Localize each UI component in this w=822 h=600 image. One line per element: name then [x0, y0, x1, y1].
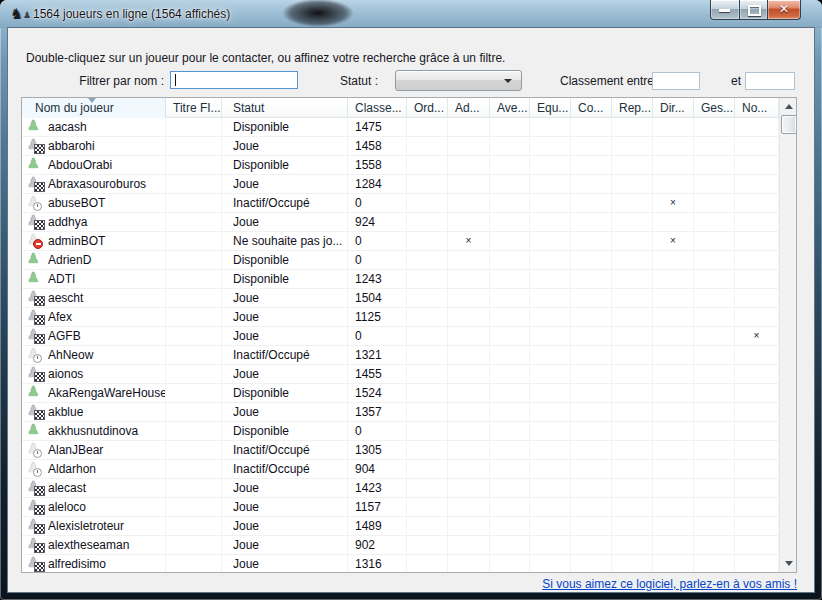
table-row[interactable]: ♟adminBOTNe souhaite pas jo...0××	[22, 232, 779, 251]
scrollbar-thumb[interactable]	[781, 115, 796, 134]
empty-cell	[735, 194, 779, 212]
table-row[interactable]: ♟AldarhonInactif/Occupé904	[22, 460, 779, 479]
empty-cell	[448, 365, 490, 383]
empty-cell	[490, 137, 530, 155]
player-name-cell: ♟AdrienD	[22, 251, 166, 269]
table-row[interactable]: ♟AGFBJoue0×	[22, 327, 779, 346]
column-header[interactable]: Ad...	[448, 98, 490, 118]
mark-cell: ×	[653, 194, 694, 212]
player-name: abuseBOT	[48, 194, 165, 212]
filter-name-input[interactable]	[170, 71, 298, 89]
player-name-cell: ♟AkaRengaWareHouse	[22, 384, 166, 402]
table-row[interactable]: ♟AlanJBearInactif/Occupé1305	[22, 441, 779, 460]
green-pawn-icon: ♟	[25, 251, 45, 268]
empty-cell	[530, 137, 571, 155]
table-row[interactable]: ♟ADTIDisponible1243	[22, 270, 779, 289]
column-header[interactable]: Ges...	[694, 98, 735, 118]
ranking-min-input[interactable]	[652, 72, 700, 90]
ranking-max-input[interactable]	[745, 72, 795, 90]
player-name: AlanJBear	[48, 441, 165, 459]
table-row[interactable]: ♟addhyaJoue924	[22, 213, 779, 232]
table-row[interactable]: ♟AkaRengaWareHouseDisponible1524	[22, 384, 779, 403]
table-row[interactable]: ♟akkhusnutdinovaDisponible0	[22, 422, 779, 441]
empty-cell	[653, 213, 694, 231]
table-row[interactable]: ♟AhNeowInactif/Occupé1321	[22, 346, 779, 365]
empty-cell	[612, 460, 653, 478]
empty-cell	[490, 194, 530, 212]
empty-cell	[735, 232, 779, 250]
empty-cell	[490, 289, 530, 307]
pawn-with-chessboard-icon: ♟	[25, 327, 45, 344]
player-name: AkaRengaWareHouse	[48, 384, 165, 402]
empty-cell	[530, 308, 571, 326]
fide-title-cell	[166, 422, 222, 440]
column-header[interactable]: Dir...	[653, 98, 694, 118]
player-name: AhNeow	[48, 346, 165, 364]
pawn-glyph: ♟	[27, 422, 40, 438]
fide-title-cell	[166, 403, 222, 421]
table-row[interactable]: ♟AdrienDDisponible0	[22, 251, 779, 270]
vertical-scrollbar[interactable]	[779, 98, 796, 572]
empty-cell	[530, 251, 571, 269]
column-header[interactable]: Co...	[571, 98, 612, 118]
table-row[interactable]: ♟alecastJoue1423	[22, 479, 779, 498]
close-button[interactable]: ✕	[767, 0, 801, 20]
table-row[interactable]: ♟abbarohiJoue1458	[22, 137, 779, 156]
empty-cell	[530, 194, 571, 212]
table-row[interactable]: ♟akblueJoue1357	[22, 403, 779, 422]
empty-cell	[735, 308, 779, 326]
column-header[interactable]: Statut	[222, 98, 348, 118]
table-row[interactable]: ♟AlexisletroteurJoue1489	[22, 517, 779, 536]
status-cell: Disponible	[222, 270, 348, 288]
table-row[interactable]: ♟aionosJoue1455	[22, 365, 779, 384]
table-row[interactable]: ♟abuseBOTInactif/Occupé0×	[22, 194, 779, 213]
rating-cell: 1284	[348, 175, 407, 193]
empty-cell	[448, 403, 490, 421]
scroll-up-button[interactable]	[781, 99, 795, 115]
maximize-button[interactable]	[740, 0, 767, 20]
status-cell: Joue	[222, 555, 348, 572]
column-header[interactable]: Nom du joueur	[22, 98, 166, 118]
table-row[interactable]: ♟AfexJoue1125	[22, 308, 779, 327]
column-header[interactable]: No...	[735, 98, 779, 118]
fide-title-cell	[166, 270, 222, 288]
share-link[interactable]: Si vous aimez ce logiciel, parlez-en à v…	[542, 577, 797, 591]
table-row[interactable]: ♟aeschtJoue1504	[22, 289, 779, 308]
fide-title-cell	[166, 118, 222, 136]
empty-cell	[571, 270, 612, 288]
column-header[interactable]: Ave...	[490, 98, 530, 118]
table-row[interactable]: ♟alextheseamanJoue902	[22, 536, 779, 555]
table-row[interactable]: ♟alfredisimoJoue1316	[22, 555, 779, 572]
column-header[interactable]: Titre FI...	[166, 98, 222, 118]
table-row[interactable]: ♟AbraxasouroburosJoue1284	[22, 175, 779, 194]
table-row[interactable]: ♟AbdouOrabiDisponible1558	[22, 156, 779, 175]
status-cell: Joue	[222, 517, 348, 535]
status-dropdown[interactable]	[395, 70, 522, 91]
title-bar[interactable]: ♞♟ 1564 joueurs en ligne (1564 affichés)…	[0, 0, 822, 28]
player-name-cell: ♟ADTI	[22, 270, 166, 288]
empty-cell	[735, 289, 779, 307]
minimize-button[interactable]	[710, 0, 740, 20]
player-name: abbarohi	[48, 137, 165, 155]
empty-cell	[530, 289, 571, 307]
empty-cell	[530, 232, 571, 250]
column-header[interactable]: Rep...	[612, 98, 653, 118]
empty-cell	[407, 517, 448, 535]
empty-cell	[612, 289, 653, 307]
chessboard-badge-icon	[34, 144, 45, 154]
column-header[interactable]: Equ...	[530, 98, 571, 118]
fide-title-cell	[166, 175, 222, 193]
column-header[interactable]: Classe...	[348, 98, 407, 118]
empty-cell	[735, 365, 779, 383]
rating-cell: 1243	[348, 270, 407, 288]
empty-cell	[694, 289, 735, 307]
empty-cell	[612, 536, 653, 554]
fide-title-cell	[166, 346, 222, 364]
scroll-down-button[interactable]	[781, 555, 795, 571]
table-row[interactable]: ♟alelocoJoue1157	[22, 498, 779, 517]
pawn-with-chessboard-icon: ♟	[25, 479, 45, 496]
column-header[interactable]: Ord...	[407, 98, 448, 118]
table-row[interactable]: ♟aacashDisponible1475	[22, 118, 779, 137]
empty-cell	[612, 137, 653, 155]
empty-cell	[490, 270, 530, 288]
